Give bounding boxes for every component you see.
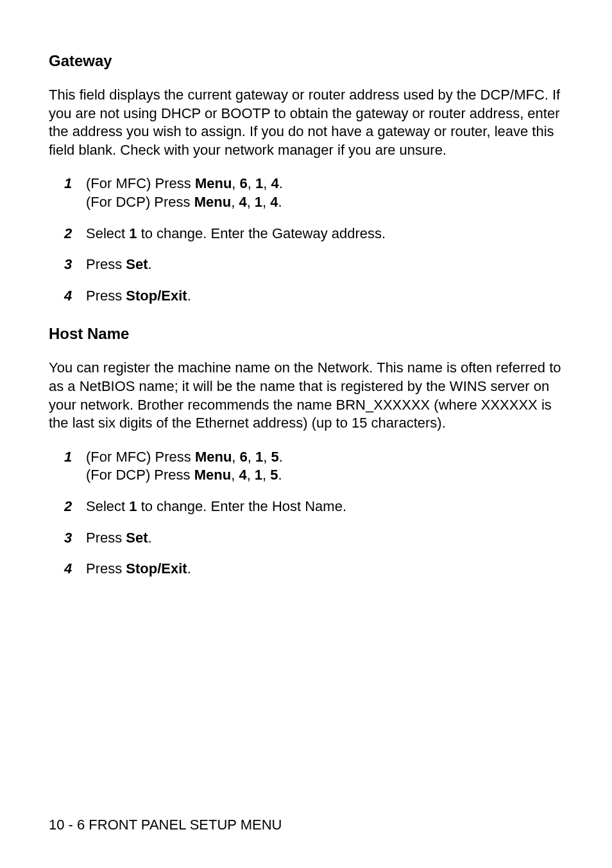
step-number: 3 [64, 256, 76, 274]
section-paragraph: You can register the machine name on the… [49, 359, 563, 432]
step-body: (For MFC) Press Menu, 6, 1, 5.(For DCP) … [86, 448, 563, 485]
section-heading: Host Name [49, 324, 563, 343]
section-heading: Gateway [49, 51, 563, 71]
step-item: 1(For MFC) Press Menu, 6, 1, 4.(For DCP)… [49, 175, 563, 211]
step-body: Press Set. [86, 529, 563, 548]
bold-text: 4 [270, 194, 278, 210]
bold-text: 1 [255, 194, 262, 210]
step-number: 2 [64, 225, 76, 243]
bold-text: 6 [240, 449, 248, 465]
step-item: 2Select 1 to change. Enter the Host Name… [49, 498, 563, 516]
step-body: Select 1 to change. Enter the Host Name. [86, 498, 563, 516]
bold-text: 4 [271, 175, 279, 191]
bold-text: Set [126, 256, 148, 272]
step-item: 4Press Stop/Exit. [49, 560, 563, 578]
bold-text: 5 [270, 467, 278, 483]
bold-text: 4 [239, 194, 246, 210]
step-number: 4 [64, 560, 76, 578]
bold-text: Stop/Exit [126, 560, 187, 577]
step-item: 3Press Set. [49, 529, 563, 548]
step-item: 3Press Set. [49, 256, 563, 274]
step-item: 2Select 1 to change. Enter the Gateway a… [49, 225, 563, 243]
step-body: Press Set. [86, 256, 563, 274]
bold-text: Menu [194, 194, 231, 210]
step-item: 4Press Stop/Exit. [49, 287, 563, 306]
bold-text: 1 [255, 449, 263, 465]
page-footer: 10 - 6 FRONT PANEL SETUP MENU [49, 816, 282, 834]
bold-text: Stop/Exit [126, 288, 187, 304]
bold-text: 1 [129, 498, 137, 514]
step-body: (For MFC) Press Menu, 6, 1, 4.(For DCP) … [86, 175, 563, 211]
bold-text: 1 [255, 175, 263, 191]
step-body: Press Stop/Exit. [86, 287, 563, 306]
bold-text: Menu [195, 175, 232, 191]
bold-text: 6 [240, 175, 248, 191]
bold-text: Menu [195, 449, 232, 465]
step-body: Select 1 to change. Enter the Gateway ad… [86, 225, 563, 243]
bold-text: 4 [239, 467, 246, 483]
step-body: Press Stop/Exit. [86, 560, 563, 578]
step-number: 4 [64, 287, 76, 306]
bold-text: Menu [194, 467, 231, 483]
bold-text: Set [126, 530, 148, 546]
bold-text: 1 [129, 225, 137, 241]
step-item: 1(For MFC) Press Menu, 6, 1, 5.(For DCP)… [49, 448, 563, 485]
step-number: 3 [64, 529, 76, 548]
bold-text: 5 [271, 449, 279, 465]
bold-text: 1 [255, 467, 262, 483]
step-number: 1 [64, 175, 76, 211]
step-number: 2 [64, 498, 76, 516]
document-content: GatewayThis field displays the current g… [49, 51, 563, 578]
section-paragraph: This field displays the current gateway … [49, 86, 563, 159]
step-number: 1 [64, 448, 76, 485]
